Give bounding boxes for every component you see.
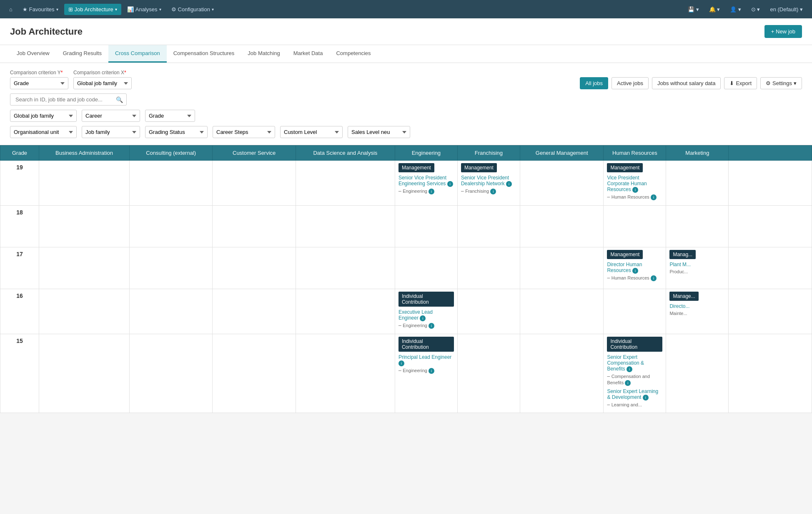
tab-market-data[interactable]: Market Data xyxy=(287,45,330,63)
grade-value: 19 xyxy=(0,161,39,206)
nav-analyses[interactable]: 📊 Analyses ▾ xyxy=(123,4,165,15)
tab-job-overview[interactable]: Job Overview xyxy=(10,45,56,63)
job-sub-label: Mainte... xyxy=(669,311,687,316)
tabs-bar: Job Overview Grading Results Cross Compa… xyxy=(0,45,812,63)
grid-container: Grade Business Administration Consulting… xyxy=(0,145,812,413)
cell-17-business-admin xyxy=(39,247,130,289)
cell-19-more xyxy=(729,161,812,206)
job-title-link[interactable]: Senior Expert Compensation & Benefits i xyxy=(607,354,662,372)
criterion-y-select[interactable]: Grade xyxy=(10,77,68,89)
job-family-select[interactable]: Job family xyxy=(82,126,140,138)
job-title-link[interactable]: Plant M... xyxy=(669,262,725,267)
cell-19-customer-service xyxy=(213,161,296,206)
job-title-link[interactable]: Director Human Resources i xyxy=(607,262,662,274)
cell-15-human-resources: Individual Contribution Senior Expert Co… xyxy=(604,334,666,413)
organisational-unit-select[interactable]: Organisational unit xyxy=(10,126,77,138)
global-job-family-select[interactable]: Global job family xyxy=(10,110,77,122)
home-icon: ⌂ xyxy=(9,6,13,13)
all-jobs-button[interactable]: All jobs xyxy=(580,77,608,89)
info-icon[interactable]: i xyxy=(625,380,631,386)
job-title-link[interactable]: Directo... xyxy=(669,303,725,309)
gear-icon: ⚙ xyxy=(171,6,176,13)
executive-lead-engineer-link[interactable]: Executive Lead Engineer i xyxy=(398,309,454,321)
cell-16-general-mgmt xyxy=(520,289,604,334)
cell-18-more xyxy=(729,206,812,247)
col-engineering: Engineering xyxy=(395,146,457,161)
notification-bell-button[interactable]: 🔔 ▾ xyxy=(705,4,724,15)
info-icon[interactable]: i xyxy=(632,187,638,193)
cell-18-marketing xyxy=(666,206,729,247)
export-button[interactable]: ⬇ Export xyxy=(724,77,757,89)
info-icon[interactable]: i xyxy=(398,360,404,366)
language-selector[interactable]: en (Default) ▾ xyxy=(766,4,807,15)
info-icon[interactable]: i xyxy=(429,323,434,329)
job-entry: Principal Lead Engineer i – Engineering … xyxy=(398,354,454,374)
search-input[interactable] xyxy=(14,94,116,105)
principal-lead-engineer-link[interactable]: Principal Lead Engineer i xyxy=(398,354,454,366)
nav-configuration[interactable]: ⚙ Configuration ▾ xyxy=(167,4,218,15)
cell-17-more xyxy=(729,247,812,289)
info-icon[interactable]: i xyxy=(429,368,434,374)
user-menu-button[interactable]: 👤 ▾ xyxy=(726,4,745,15)
sales-level-select[interactable]: Sales Level neu xyxy=(348,126,410,138)
info-icon[interactable]: i xyxy=(420,315,426,321)
category-badge: Management xyxy=(398,163,434,172)
career-steps-select[interactable]: Career Steps xyxy=(213,126,275,138)
grid-icon: ⊞ xyxy=(68,6,73,13)
custom-level-select[interactable]: Custom Level xyxy=(280,126,343,138)
col-general-mgmt: General Management xyxy=(520,146,604,161)
view-buttons-group: All jobs Active jobs Jobs without salary… xyxy=(580,77,802,89)
info-icon[interactable]: i xyxy=(651,275,657,281)
job-title-link[interactable]: Senior Expert Learning & Development i xyxy=(607,388,662,401)
info-icon[interactable]: i xyxy=(447,181,453,187)
cell-16-marketing: Manage... Directo... Mainte... xyxy=(666,289,729,334)
tab-competencies[interactable]: Competencies xyxy=(329,45,377,63)
grade-value: 17 xyxy=(0,247,39,289)
job-sub-label: Engineering i xyxy=(403,368,434,373)
grading-status-select[interactable]: Grading Status xyxy=(145,126,208,138)
info-icon[interactable]: i xyxy=(429,189,434,194)
col-marketing: Marketing xyxy=(666,146,729,161)
new-job-button[interactable]: + New job xyxy=(764,25,802,38)
info-icon[interactable]: i xyxy=(651,194,657,200)
cell-19-marketing xyxy=(666,161,729,206)
cell-15-data-science xyxy=(296,334,395,413)
jobs-without-salary-button[interactable]: Jobs without salary data xyxy=(652,77,721,89)
tab-compensation-structures[interactable]: Compensation Structures xyxy=(167,45,241,63)
cell-19-consulting xyxy=(129,161,213,206)
tab-grading-results[interactable]: Grading Results xyxy=(56,45,108,63)
category-badge: Individual Contribution xyxy=(607,337,662,352)
save-icon-button[interactable]: 💾 ▾ xyxy=(684,4,703,15)
info-icon[interactable]: i xyxy=(632,268,638,274)
target-icon-button[interactable]: ⊙ ▾ xyxy=(747,4,764,15)
criterion-x-select[interactable]: Global job family xyxy=(73,77,132,89)
grade-value: 15 xyxy=(0,334,39,413)
criterion-y-group: Comparison criterion Y* Grade xyxy=(10,70,68,89)
search-box[interactable]: 🔍 xyxy=(10,93,127,106)
table-row: 16 Individual Contribution Executive Lea… xyxy=(0,289,812,334)
grade-select[interactable]: Grade xyxy=(145,110,195,122)
table-row: 15 Individual Contribution Principal Lea… xyxy=(0,334,812,413)
job-title-link[interactable]: Senior Vice President Dealership Network… xyxy=(461,175,516,187)
info-icon[interactable]: i xyxy=(643,395,649,401)
job-title-link[interactable]: Vice President Corporate Human Resources… xyxy=(607,175,662,193)
job-title-link[interactable]: Senior Vice President Engineering Servic… xyxy=(398,175,454,187)
table-row: 19 Management Senior Vice President Engi… xyxy=(0,161,812,206)
info-icon[interactable]: i xyxy=(490,189,496,194)
active-jobs-button[interactable]: Active jobs xyxy=(612,77,649,89)
grade-value: 16 xyxy=(0,289,39,334)
home-button[interactable]: ⌂ xyxy=(5,4,17,15)
career-select[interactable]: Career xyxy=(82,110,140,122)
table-row: 18 xyxy=(0,206,812,247)
job-sub-label: Human Resources i xyxy=(612,275,657,280)
tab-job-matching[interactable]: Job Matching xyxy=(241,45,286,63)
nav-favourites[interactable]: ★ Favourites ▾ xyxy=(18,4,63,15)
settings-button[interactable]: ⚙ Settings ▾ xyxy=(760,77,802,89)
chart-icon: 📊 xyxy=(127,6,134,13)
info-icon[interactable]: i xyxy=(506,181,512,187)
info-icon[interactable]: i xyxy=(627,366,632,372)
tab-cross-comparison[interactable]: Cross Comparison xyxy=(108,45,167,63)
job-entry: Senior Expert Compensation & Benefits i … xyxy=(607,354,662,386)
nav-job-architecture[interactable]: ⊞ Job Architecture ▾ xyxy=(64,4,121,15)
cell-19-business-admin xyxy=(39,161,130,206)
